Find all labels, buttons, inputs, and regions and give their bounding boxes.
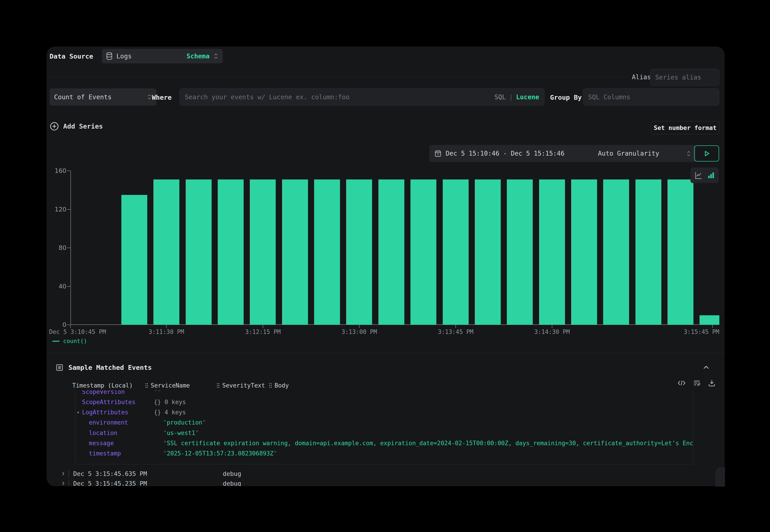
- chart-bar[interactable]: [250, 179, 276, 325]
- sql-toggle[interactable]: SQL: [494, 93, 506, 101]
- grip-vertical-icon[interactable]: [216, 383, 220, 388]
- y-tick: [67, 325, 70, 325]
- detail-value: "SSL certificate expiration warning, dom…: [163, 440, 693, 447]
- language-toggle[interactable]: SQL | Lucene: [494, 88, 539, 106]
- x-tick-label: 3:12:15 PM: [245, 328, 281, 335]
- granularity-value: Auto Granularity: [598, 150, 659, 157]
- series-alias-input[interactable]: [650, 69, 719, 86]
- quote: ": [195, 430, 199, 436]
- bar-chart-icon[interactable]: [707, 171, 715, 180]
- grip-vertical-icon[interactable]: [145, 383, 148, 388]
- y-axis-line: [70, 171, 71, 325]
- column-header-timestamp-local-[interactable]: Timestamp (Local): [72, 380, 133, 390]
- chart-bar[interactable]: [700, 315, 719, 325]
- chevron-updown-icon: [686, 150, 691, 157]
- time-range-value: Dec 5 15:10:46 - Dec 5 15:15:46: [446, 150, 565, 157]
- chart-bar[interactable]: [571, 179, 597, 325]
- lucene-toggle[interactable]: Lucene: [516, 93, 539, 101]
- play-icon: [703, 150, 710, 157]
- sample-events-header[interactable]: Sample Matched Events: [56, 364, 152, 371]
- event-row[interactable]: Dec 5 3:15:45.235 PMdebug: [47, 478, 725, 486]
- data-source-select[interactable]: Logs Schema: [102, 49, 223, 63]
- time-range-picker[interactable]: Dec 5 15:10:46 - Dec 5 15:15:46: [429, 145, 596, 162]
- line-chart-icon[interactable]: [694, 171, 703, 180]
- set-number-format-button[interactable]: Set number format: [651, 121, 719, 134]
- braces-icon: {}: [154, 409, 164, 416]
- chart-bar[interactable]: [668, 179, 693, 325]
- chart-bar[interactable]: [507, 179, 533, 325]
- column-header-severitytext[interactable]: SeverityText: [216, 380, 265, 390]
- y-tick-label: 120: [47, 206, 66, 213]
- chart-bar[interactable]: [282, 179, 308, 325]
- chart-bar[interactable]: [539, 179, 565, 325]
- chart-bar[interactable]: [186, 179, 211, 325]
- chevron-right-icon[interactable]: [60, 471, 66, 477]
- wrap-text-icon[interactable]: [693, 379, 701, 387]
- legend-label: count(): [63, 338, 87, 344]
- chart-bar[interactable]: [636, 179, 661, 325]
- triangle-down-icon[interactable]: ▾: [77, 410, 80, 415]
- quote: ": [163, 430, 167, 436]
- collapse-section-button[interactable]: [702, 364, 710, 371]
- chart-bar[interactable]: [378, 179, 404, 325]
- detail-row[interactable]: timestamp"2025-12-05T13:57:23.082306893Z…: [75, 448, 693, 459]
- chevron-updown-icon: [213, 52, 219, 60]
- detail-row[interactable]: message"SSL certificate expiration warni…: [75, 438, 693, 448]
- quote: ": [273, 450, 277, 457]
- code-icon[interactable]: [677, 379, 686, 387]
- alias-label: Alias: [632, 73, 651, 81]
- run-query-button[interactable]: [694, 145, 719, 162]
- granularity-select[interactable]: Auto Granularity: [593, 145, 696, 162]
- detail-key[interactable]: environment: [89, 419, 128, 426]
- where-label: Where: [152, 94, 172, 101]
- chart-bar[interactable]: [314, 179, 340, 325]
- quote: ": [157, 390, 161, 395]
- download-icon[interactable]: [708, 379, 716, 387]
- chart-legend[interactable]: count(): [52, 338, 87, 344]
- chart-bar[interactable]: [218, 179, 244, 325]
- chart-bar[interactable]: [411, 179, 437, 325]
- chevron-up-icon: [702, 364, 710, 371]
- detail-row[interactable]: environment"production": [75, 418, 693, 428]
- x-tick: [166, 325, 167, 328]
- chart-type-toggle: [690, 167, 719, 183]
- detail-key[interactable]: ScopeVersion: [82, 390, 125, 395]
- aggregation-select[interactable]: Count of Events: [50, 88, 156, 106]
- detail-row[interactable]: location"us-west1": [75, 428, 693, 438]
- column-header-servicename[interactable]: ServiceName: [145, 380, 190, 390]
- detail-row[interactable]: ▾LogAttributes{} 4 keys: [75, 407, 693, 418]
- add-series-button[interactable]: Add Series: [50, 122, 103, 131]
- column-header-label: Body: [274, 382, 289, 389]
- chart-bar[interactable]: [121, 195, 147, 325]
- y-tick-label: 80: [47, 244, 66, 251]
- detail-key[interactable]: location: [89, 430, 117, 436]
- grip-vertical-icon[interactable]: [269, 383, 272, 388]
- detail-key[interactable]: timestamp: [89, 450, 121, 457]
- toggle-divider: |: [509, 93, 513, 101]
- chevron-right-icon[interactable]: [60, 480, 66, 486]
- column-header-label: ServiceName: [151, 382, 190, 389]
- column-header-body[interactable]: Body: [269, 380, 289, 390]
- column-header-label: SeverityText: [222, 382, 265, 389]
- chevron-updown-icon: [147, 94, 152, 100]
- detail-key[interactable]: LogAttributes: [82, 409, 128, 416]
- chart-bar[interactable]: [443, 179, 469, 325]
- chart-bar[interactable]: [346, 179, 372, 325]
- detail-row[interactable]: ScopeVersion"": [75, 390, 693, 397]
- group-by-input[interactable]: [583, 88, 719, 106]
- chart-bar[interactable]: [153, 179, 179, 325]
- quote: ": [154, 390, 157, 395]
- detail-key[interactable]: ScopeAttributes: [82, 399, 135, 405]
- quote: ": [202, 419, 206, 426]
- row-separator: [69, 480, 69, 486]
- string-value: SSL certificate expiration warning, doma…: [167, 440, 693, 447]
- detail-key[interactable]: message: [89, 440, 114, 447]
- plus-circle-icon: [50, 122, 59, 131]
- event-row[interactable]: Dec 5 3:15:45.635 PMdebug: [47, 469, 725, 479]
- schema-link[interactable]: Schema: [187, 52, 209, 60]
- detail-value: "us-west1": [163, 430, 199, 436]
- chart-bar[interactable]: [603, 179, 629, 325]
- detail-row[interactable]: ScopeAttributes{} 0 keys: [75, 397, 693, 407]
- chart-bar[interactable]: [475, 179, 501, 325]
- search-input[interactable]: [179, 88, 545, 106]
